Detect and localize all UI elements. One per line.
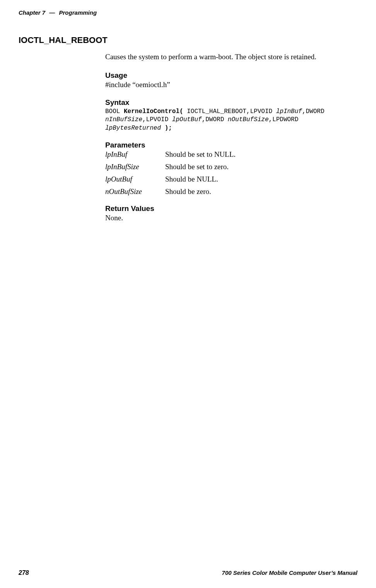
syntax-line-1: BOOL KernelIoControl( IOCTL_HAL_REBOOT,L…: [105, 108, 354, 116]
footer-title: 700 Series Color Mobile Computer User’s …: [222, 569, 357, 576]
page-number: 278: [19, 569, 29, 576]
header-separator: —: [49, 9, 55, 16]
param-desc: Should be zero.: [165, 187, 211, 196]
param-row: lpInBuf Should be set to NULL.: [105, 150, 354, 159]
syntax-title: Syntax: [105, 98, 354, 107]
header-title: Programming: [59, 9, 97, 16]
parameters-block: Parameters lpInBuf Should be set to NULL…: [105, 141, 354, 196]
usage-text: #include “oemioctl.h”: [105, 81, 354, 89]
return-values-text: None.: [105, 214, 354, 222]
param-name: lpInBuf: [105, 150, 165, 159]
usage-title: Usage: [105, 71, 354, 80]
param-name: lpInBufSize: [105, 163, 165, 171]
usage-block: Usage #include “oemioctl.h”: [105, 71, 354, 89]
param-name: lpOutBuf: [105, 175, 165, 183]
param-name: nOutBufSize: [105, 187, 165, 196]
content-area: Causes the system to perform a warm-boot…: [105, 52, 354, 222]
section-description: Causes the system to perform a warm-boot…: [105, 52, 354, 62]
return-values-title: Return Values: [105, 204, 354, 213]
param-desc: Should be set to NULL.: [165, 150, 236, 159]
page-header: Chapter 7 — Programming: [19, 9, 357, 16]
syntax-code: BOOL KernelIoControl( IOCTL_HAL_REBOOT,L…: [105, 108, 354, 133]
syntax-line-3: lpBytesReturned );: [105, 124, 354, 133]
parameters-title: Parameters: [105, 141, 354, 149]
param-desc: Should be set to zero.: [165, 163, 229, 171]
section-title: IOCTL_HAL_REBOOT: [19, 35, 357, 45]
syntax-line-2: nInBufSize,LPVOID lpOutBuf,DWORD nOutBuf…: [105, 116, 354, 124]
syntax-block: Syntax BOOL KernelIoControl( IOCTL_HAL_R…: [105, 98, 354, 133]
chapter-label: Chapter 7: [19, 9, 45, 16]
page-footer: 278 700 Series Color Mobile Computer Use…: [19, 569, 357, 576]
page-container: Chapter 7 — Programming IOCTL_HAL_REBOOT…: [0, 0, 376, 588]
param-row: nOutBufSize Should be zero.: [105, 187, 354, 196]
param-row: lpOutBuf Should be NULL.: [105, 175, 354, 183]
param-desc: Should be NULL.: [165, 175, 218, 183]
return-values-block: Return Values None.: [105, 204, 354, 222]
param-row: lpInBufSize Should be set to zero.: [105, 163, 354, 171]
